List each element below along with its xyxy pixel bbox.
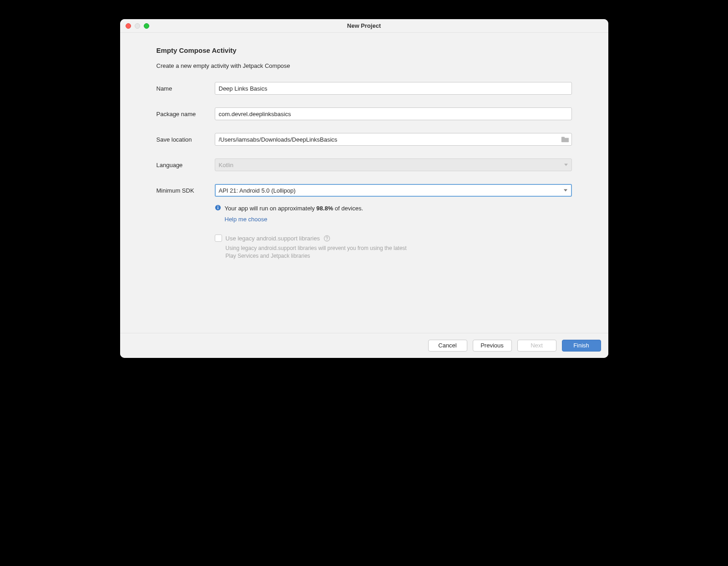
- save-location-input[interactable]: [215, 133, 572, 146]
- chevron-down-icon: [564, 189, 567, 192]
- language-select-value: Kotlin: [219, 162, 234, 168]
- dialog-footer: Cancel Previous Next Finish: [120, 333, 608, 358]
- coverage-suffix: of devices.: [333, 205, 363, 212]
- legacy-support-checkbox: [215, 235, 222, 242]
- row-minsdk: Minimum SDK API 21: Android 5.0 (Lollipo…: [157, 184, 572, 197]
- svg-rect-1: [217, 207, 218, 209]
- finish-button[interactable]: Finish: [562, 340, 601, 352]
- help-icon[interactable]: [324, 235, 330, 242]
- legacy-desc: Using legacy android.support libraries w…: [226, 245, 417, 260]
- close-window-button[interactable]: [126, 23, 131, 29]
- coverage-percent: 98.8%: [316, 205, 333, 212]
- label-language: Language: [157, 162, 215, 168]
- cancel-button[interactable]: Cancel: [428, 340, 467, 352]
- browse-folder-icon[interactable]: [561, 136, 569, 143]
- package-name-input[interactable]: [215, 107, 572, 120]
- titlebar: New Project: [120, 19, 608, 33]
- label-location: Save location: [157, 136, 215, 143]
- legacy-block: Use legacy android.support libraries Usi…: [215, 235, 572, 260]
- device-coverage-info: Your app will run on approximately 98.8%…: [215, 204, 572, 224]
- minimum-sdk-select-value: API 21: Android 5.0 (Lollipop): [219, 187, 296, 194]
- fullscreen-window-button[interactable]: [144, 23, 149, 29]
- legacy-checkbox-label: Use legacy android.support libraries: [226, 235, 320, 242]
- page-subheading: Create a new empty activity with Jetpack…: [157, 62, 572, 69]
- previous-button[interactable]: Previous: [473, 340, 512, 352]
- label-name: Name: [157, 85, 215, 92]
- dialog-content: Empty Compose Activity Create a new empt…: [120, 33, 608, 333]
- window-title: New Project: [347, 22, 381, 29]
- row-location: Save location: [157, 133, 572, 146]
- coverage-prefix: Your app will run on approximately: [225, 205, 317, 212]
- row-package: Package name: [157, 107, 572, 120]
- row-language: Language Kotlin: [157, 158, 572, 171]
- help-me-choose-link[interactable]: Help me choose: [225, 215, 364, 224]
- minimum-sdk-select[interactable]: API 21: Android 5.0 (Lollipop): [215, 184, 572, 197]
- window-controls: [126, 23, 149, 29]
- label-package: Package name: [157, 111, 215, 117]
- page-heading: Empty Compose Activity: [157, 46, 572, 54]
- svg-point-2: [217, 206, 218, 207]
- row-name: Name: [157, 82, 572, 95]
- language-select: Kotlin: [215, 158, 572, 171]
- info-icon: [215, 204, 221, 211]
- minimize-window-button: [135, 23, 140, 29]
- svg-point-4: [327, 240, 328, 240]
- next-button: Next: [517, 340, 556, 352]
- chevron-down-icon: [564, 164, 568, 166]
- name-input[interactable]: [215, 82, 572, 95]
- label-minsdk: Minimum SDK: [157, 187, 215, 194]
- legacy-checkbox-row: Use legacy android.support libraries: [215, 235, 572, 242]
- new-project-dialog: New Project Empty Compose Activity Creat…: [120, 19, 608, 358]
